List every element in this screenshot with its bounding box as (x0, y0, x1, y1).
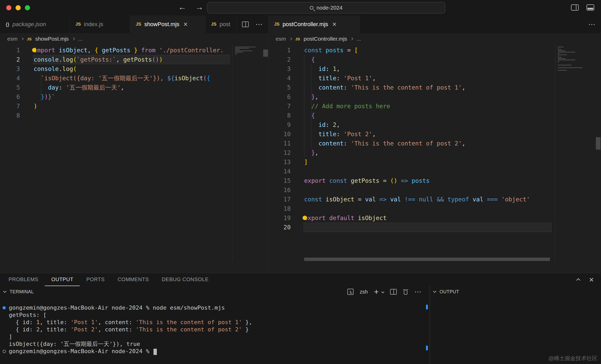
code-line[interactable] (304, 167, 530, 176)
editor-group-actions: ⋯ (237, 16, 268, 33)
code-line[interactable]: const isObject = val => val !== null && … (304, 195, 530, 204)
tab-postcontroller-mjs[interactable]: JS postController.mjs × (268, 16, 360, 33)
terminal-gutter (2, 319, 9, 326)
close-tab-icon[interactable]: × (184, 21, 188, 28)
minimap[interactable] (555, 45, 584, 261)
split-editor-icon[interactable] (242, 21, 249, 27)
code-line[interactable]: day: '五一假期最后一天', (34, 83, 224, 92)
panel-actions: × (577, 273, 594, 286)
code-line[interactable]: id: 2, (304, 120, 530, 129)
terminal-more-actions-icon[interactable]: ⋯ (414, 288, 422, 296)
terminal-output[interactable]: gongzemin@gongzes-MacBook-Air node-2024 … (2, 297, 424, 364)
js-file-icon: JS (136, 22, 141, 27)
forward-icon[interactable]: → (195, 2, 203, 12)
breadcrumb-more[interactable]: ... (356, 36, 361, 42)
panel-tab-debug-console[interactable]: DEBUG CONSOLE (155, 273, 215, 286)
close-window-button[interactable] (6, 5, 11, 10)
more-actions-icon[interactable]: ⋯ (255, 20, 263, 28)
code-line[interactable]: export const getPosts = () => posts (304, 176, 530, 185)
minimize-window-button[interactable] (16, 5, 21, 10)
code-line[interactable] (34, 111, 224, 120)
chevron-down-icon[interactable] (3, 289, 6, 293)
minimap[interactable] (232, 45, 263, 261)
window-controls (6, 5, 30, 10)
split-terminal-icon[interactable] (390, 289, 397, 295)
horizontal-scrollbar[interactable] (304, 258, 550, 261)
panel-tab-ports[interactable]: PORTS (80, 273, 111, 286)
titlebar: ← → node-2024 (0, 0, 601, 16)
code-line[interactable] (304, 223, 530, 232)
panel-tab-bar: PROBLEMS OUTPUT PORTS COMMENTS DEBUG CON… (0, 273, 601, 286)
code-line[interactable]: export default isObject (304, 213, 530, 223)
code-line[interactable]: content: 'This is the content of post 1'… (304, 83, 530, 92)
close-panel-icon[interactable]: × (589, 276, 594, 284)
close-tab-icon[interactable]: × (332, 21, 336, 28)
panel-tab-comments[interactable]: COMMENTS (111, 273, 155, 286)
code-line[interactable]: console.log( (34, 64, 224, 74)
code-line[interactable]: title: 'Post 2', (304, 129, 530, 139)
code-line[interactable]: // Add more posts here (304, 101, 530, 111)
code-line[interactable]: content: 'This is the content of post 2'… (304, 139, 530, 148)
bottom-panel: PROBLEMS OUTPUT PORTS COMMENTS DEBUG CON… (0, 273, 601, 364)
terminal-profile-dropdown-icon[interactable] (381, 290, 384, 293)
chevron-right-icon (21, 37, 24, 40)
terminal-shell-label[interactable]: zsh (360, 289, 368, 295)
maximize-panel-icon[interactable] (576, 278, 580, 282)
chevron-right-icon (72, 37, 75, 40)
code-line[interactable]: { (304, 111, 530, 120)
tab-index-js[interactable]: JS index.js (70, 16, 130, 33)
command-center-search[interactable]: node-2024 (207, 2, 445, 13)
back-icon[interactable]: ← (178, 2, 186, 12)
tab-package-json[interactable]: {} package.json (0, 16, 70, 33)
chevron-down-icon[interactable] (433, 289, 436, 293)
code-line[interactable]: id: 1, (304, 64, 530, 74)
terminal-title: TERMINAL (10, 289, 34, 295)
breadcrumb-file[interactable]: showPost.mjs (35, 36, 69, 42)
panel-tab-problems[interactable]: PROBLEMS (2, 273, 45, 286)
code-line[interactable]: const posts = [ (304, 46, 530, 55)
line-number-gutter[interactable]: 12345678 (0, 46, 20, 120)
terminal-pane: TERMINAL zsh + ⋯ gongzemin@gongzes-MacBo… (0, 286, 430, 364)
code-line[interactable]: })}` (34, 92, 224, 101)
code-line[interactable]: { (304, 55, 530, 64)
code-line[interactable]: ) (34, 101, 224, 111)
more-actions-icon[interactable]: ⋯ (588, 20, 596, 28)
editor-postcontroller[interactable]: 1234567891011121314151617181920 const po… (268, 45, 601, 261)
tab-postcontroller-partial[interactable]: JS post (206, 16, 237, 33)
tab-showpost-mjs[interactable]: JS showPost.mjs × (130, 16, 206, 33)
breadcrumb-more[interactable]: ... (78, 36, 83, 42)
new-terminal-icon[interactable]: + (374, 288, 379, 296)
breadcrumb-file[interactable]: postController.mjs (304, 36, 347, 42)
breadcrumb-folder[interactable]: esm (276, 36, 286, 42)
code-line[interactable]: `isObject({day: '五一假期最后一天'}), ${isObject… (34, 74, 224, 83)
code-line[interactable] (304, 185, 530, 195)
breadcrumb-folder[interactable]: esm (7, 36, 18, 42)
code-area[interactable]: const posts = [ { id: 1, title: 'Post 1'… (304, 46, 530, 232)
code-area[interactable]: import isObject, { getPosts } from './po… (34, 46, 224, 120)
vertical-scrollbar[interactable] (263, 49, 268, 57)
code-line[interactable]: }, (304, 148, 530, 157)
panel-tab-output[interactable]: OUTPUT (45, 273, 80, 286)
tab-label: package.json (12, 21, 46, 28)
customize-layout-icon[interactable] (587, 4, 594, 11)
terminal-line: { id: 2, title: 'Post 2', content: 'This… (2, 326, 424, 333)
output-header: OUTPUT (430, 286, 601, 297)
code-line[interactable]: console.log(`getPosts:`, getPosts()) (34, 55, 224, 64)
code-line[interactable]: }, (304, 92, 530, 101)
code-line[interactable] (304, 204, 530, 213)
code-line[interactable]: ] (304, 157, 530, 167)
command-decoration-icon[interactable] (2, 348, 9, 355)
code-line[interactable]: title: 'Post 1', (304, 74, 530, 83)
yellow-marker-dot[interactable] (32, 48, 36, 52)
kill-terminal-icon[interactable] (403, 289, 408, 295)
toggle-panel-layout-icon[interactable] (571, 4, 579, 11)
breadcrumb: esm JS showPost.mjs ... (0, 33, 268, 45)
line-number-gutter[interactable]: 1234567891011121314151617181920 (268, 46, 291, 232)
vertical-scrollbar[interactable] (596, 137, 600, 150)
editor-showpost[interactable]: 12345678 import isObject, { getPosts } f… (0, 45, 268, 261)
zoom-window-button[interactable] (25, 5, 30, 10)
code-line[interactable]: import isObject, { getPosts } from './po… (34, 46, 224, 55)
command-decoration-icon[interactable] (2, 304, 9, 311)
yellow-marker-dot[interactable] (303, 216, 307, 220)
terminal-gutter (2, 326, 9, 333)
